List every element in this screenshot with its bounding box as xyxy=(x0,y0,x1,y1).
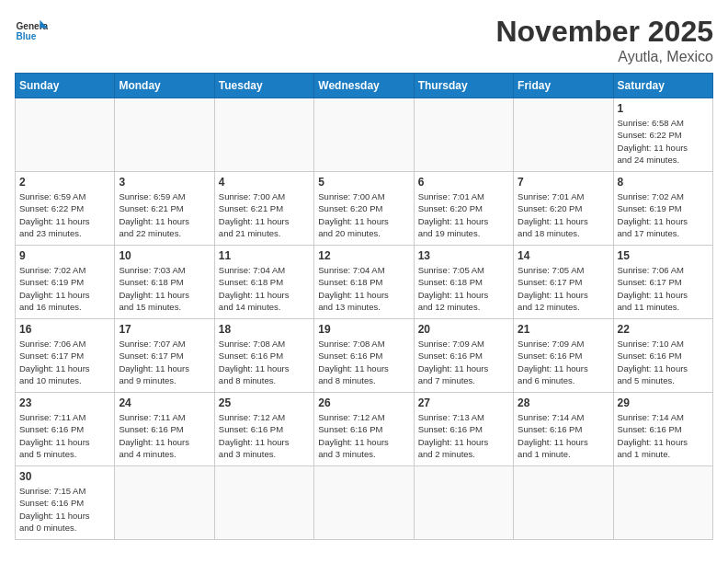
calendar-cell: 2Sunrise: 6:59 AM Sunset: 6:22 PM Daylig… xyxy=(16,172,115,246)
calendar-cell: 18Sunrise: 7:08 AM Sunset: 6:16 PM Dayli… xyxy=(214,319,313,393)
day-number: 30 xyxy=(19,470,110,483)
col-header-monday: Monday xyxy=(115,74,214,98)
calendar-cell: 3Sunrise: 6:59 AM Sunset: 6:21 PM Daylig… xyxy=(115,172,214,246)
col-header-tuesday: Tuesday xyxy=(214,74,313,98)
day-number: 3 xyxy=(119,176,210,189)
day-number: 18 xyxy=(219,323,310,336)
page-header: General Blue November 2025 Ayutla, Mexic… xyxy=(15,15,713,65)
svg-text:Blue: Blue xyxy=(16,31,36,41)
day-info: Sunrise: 6:59 AM Sunset: 6:22 PM Dayligh… xyxy=(19,190,110,239)
day-info: Sunrise: 7:14 AM Sunset: 6:16 PM Dayligh… xyxy=(618,411,709,460)
calendar-cell: 30Sunrise: 7:15 AM Sunset: 6:16 PM Dayli… xyxy=(16,466,115,540)
calendar-cell xyxy=(214,98,313,172)
col-header-sunday: Sunday xyxy=(16,74,115,98)
calendar-cell: 28Sunrise: 7:14 AM Sunset: 6:16 PM Dayli… xyxy=(514,393,613,466)
calendar-cell xyxy=(414,466,513,540)
day-number: 16 xyxy=(19,323,110,336)
calendar-cell: 19Sunrise: 7:08 AM Sunset: 6:16 PM Dayli… xyxy=(314,319,414,393)
calendar-cell: 5Sunrise: 7:00 AM Sunset: 6:20 PM Daylig… xyxy=(314,172,414,246)
day-number: 26 xyxy=(318,396,409,409)
col-header-wednesday: Wednesday xyxy=(314,74,414,98)
day-info: Sunrise: 7:15 AM Sunset: 6:16 PM Dayligh… xyxy=(19,485,110,534)
day-info: Sunrise: 7:11 AM Sunset: 6:16 PM Dayligh… xyxy=(119,411,210,460)
day-info: Sunrise: 7:05 AM Sunset: 6:18 PM Dayligh… xyxy=(418,264,509,313)
day-number: 1 xyxy=(618,102,709,115)
day-number: 9 xyxy=(19,249,110,262)
day-number: 19 xyxy=(318,323,409,336)
day-number: 2 xyxy=(19,176,110,189)
day-number: 24 xyxy=(119,396,210,409)
day-info: Sunrise: 7:13 AM Sunset: 6:16 PM Dayligh… xyxy=(418,411,509,460)
calendar-cell: 14Sunrise: 7:05 AM Sunset: 6:17 PM Dayli… xyxy=(514,246,613,319)
day-info: Sunrise: 7:05 AM Sunset: 6:17 PM Dayligh… xyxy=(518,264,609,313)
day-info: Sunrise: 7:00 AM Sunset: 6:20 PM Dayligh… xyxy=(318,190,409,239)
calendar-cell xyxy=(414,98,513,172)
calendar-table: SundayMondayTuesdayWednesdayThursdayFrid… xyxy=(15,73,713,540)
day-info: Sunrise: 7:07 AM Sunset: 6:17 PM Dayligh… xyxy=(119,338,210,386)
calendar-cell: 22Sunrise: 7:10 AM Sunset: 6:16 PM Dayli… xyxy=(613,319,712,393)
calendar-cell xyxy=(613,466,712,540)
month-title: November 2025 xyxy=(495,15,713,49)
day-number: 7 xyxy=(518,176,609,189)
day-info: Sunrise: 7:08 AM Sunset: 6:16 PM Dayligh… xyxy=(318,338,409,386)
calendar-cell: 7Sunrise: 7:01 AM Sunset: 6:20 PM Daylig… xyxy=(514,172,613,246)
day-info: Sunrise: 7:03 AM Sunset: 6:18 PM Dayligh… xyxy=(119,264,210,313)
day-number: 12 xyxy=(318,249,409,262)
day-number: 20 xyxy=(418,323,509,336)
day-info: Sunrise: 7:10 AM Sunset: 6:16 PM Dayligh… xyxy=(618,338,709,386)
calendar-cell: 27Sunrise: 7:13 AM Sunset: 6:16 PM Dayli… xyxy=(414,393,513,466)
calendar-cell: 12Sunrise: 7:04 AM Sunset: 6:18 PM Dayli… xyxy=(314,246,414,319)
calendar-cell: 20Sunrise: 7:09 AM Sunset: 6:16 PM Dayli… xyxy=(414,319,513,393)
calendar-cell: 1Sunrise: 6:58 AM Sunset: 6:22 PM Daylig… xyxy=(613,98,712,172)
day-number: 13 xyxy=(418,249,509,262)
calendar-cell: 26Sunrise: 7:12 AM Sunset: 6:16 PM Dayli… xyxy=(314,393,414,466)
calendar-cell: 16Sunrise: 7:06 AM Sunset: 6:17 PM Dayli… xyxy=(16,319,115,393)
logo: General Blue xyxy=(15,15,48,48)
calendar-cell: 15Sunrise: 7:06 AM Sunset: 6:17 PM Dayli… xyxy=(613,246,712,319)
day-info: Sunrise: 7:08 AM Sunset: 6:16 PM Dayligh… xyxy=(219,338,310,386)
day-number: 14 xyxy=(518,249,609,262)
calendar-cell: 21Sunrise: 7:09 AM Sunset: 6:16 PM Dayli… xyxy=(514,319,613,393)
calendar-cell: 8Sunrise: 7:02 AM Sunset: 6:19 PM Daylig… xyxy=(613,172,712,246)
col-header-friday: Friday xyxy=(514,74,613,98)
day-info: Sunrise: 7:11 AM Sunset: 6:16 PM Dayligh… xyxy=(19,411,110,460)
day-number: 6 xyxy=(418,176,509,189)
day-number: 29 xyxy=(618,396,709,409)
day-number: 28 xyxy=(518,396,609,409)
day-number: 23 xyxy=(19,396,110,409)
day-number: 15 xyxy=(618,249,709,262)
day-number: 25 xyxy=(219,396,310,409)
day-info: Sunrise: 7:09 AM Sunset: 6:16 PM Dayligh… xyxy=(518,338,609,386)
day-info: Sunrise: 7:06 AM Sunset: 6:17 PM Dayligh… xyxy=(618,264,709,313)
day-info: Sunrise: 7:04 AM Sunset: 6:18 PM Dayligh… xyxy=(219,264,310,313)
day-number: 11 xyxy=(219,249,310,262)
calendar-cell: 17Sunrise: 7:07 AM Sunset: 6:17 PM Dayli… xyxy=(115,319,214,393)
day-info: Sunrise: 7:06 AM Sunset: 6:17 PM Dayligh… xyxy=(19,338,110,386)
col-header-thursday: Thursday xyxy=(414,74,513,98)
calendar-cell: 4Sunrise: 7:00 AM Sunset: 6:21 PM Daylig… xyxy=(214,172,313,246)
calendar-cell: 25Sunrise: 7:12 AM Sunset: 6:16 PM Dayli… xyxy=(214,393,313,466)
calendar-week-4: 16Sunrise: 7:06 AM Sunset: 6:17 PM Dayli… xyxy=(16,319,713,393)
day-info: Sunrise: 6:58 AM Sunset: 6:22 PM Dayligh… xyxy=(618,117,709,166)
calendar-cell xyxy=(115,98,214,172)
location: Ayutla, Mexico xyxy=(495,49,713,65)
day-number: 8 xyxy=(618,176,709,189)
day-info: Sunrise: 7:09 AM Sunset: 6:16 PM Dayligh… xyxy=(418,338,509,386)
calendar-cell xyxy=(214,466,313,540)
day-info: Sunrise: 7:12 AM Sunset: 6:16 PM Dayligh… xyxy=(219,411,310,460)
calendar-cell: 24Sunrise: 7:11 AM Sunset: 6:16 PM Dayli… xyxy=(115,393,214,466)
calendar-cell xyxy=(115,466,214,540)
col-header-saturday: Saturday xyxy=(613,74,712,98)
day-number: 27 xyxy=(418,396,509,409)
day-info: Sunrise: 7:02 AM Sunset: 6:19 PM Dayligh… xyxy=(19,264,110,313)
day-number: 22 xyxy=(618,323,709,336)
calendar-cell xyxy=(314,98,414,172)
day-number: 5 xyxy=(318,176,409,189)
calendar-week-2: 2Sunrise: 6:59 AM Sunset: 6:22 PM Daylig… xyxy=(16,172,713,246)
calendar-cell: 6Sunrise: 7:01 AM Sunset: 6:20 PM Daylig… xyxy=(414,172,513,246)
day-info: Sunrise: 7:01 AM Sunset: 6:20 PM Dayligh… xyxy=(418,190,509,239)
day-info: Sunrise: 7:04 AM Sunset: 6:18 PM Dayligh… xyxy=(318,264,409,313)
calendar-week-3: 9Sunrise: 7:02 AM Sunset: 6:19 PM Daylig… xyxy=(16,246,713,319)
logo-icon: General Blue xyxy=(15,15,48,48)
calendar-week-6: 30Sunrise: 7:15 AM Sunset: 6:16 PM Dayli… xyxy=(16,466,713,540)
